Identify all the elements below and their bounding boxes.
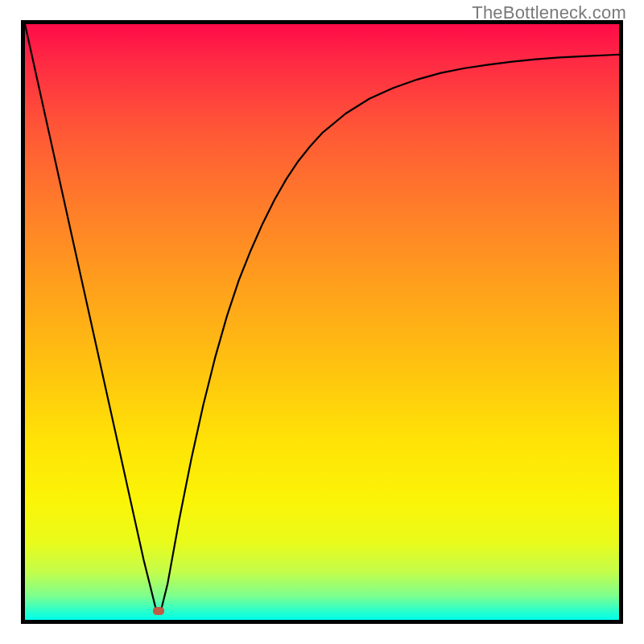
bottleneck-curve [25,24,619,608]
curve-layer [25,24,619,620]
watermark-text: TheBottleneck.com [472,2,626,23]
optimum-marker [153,607,164,615]
chart-frame: TheBottleneck.com [0,0,644,644]
plot-area [21,20,623,624]
